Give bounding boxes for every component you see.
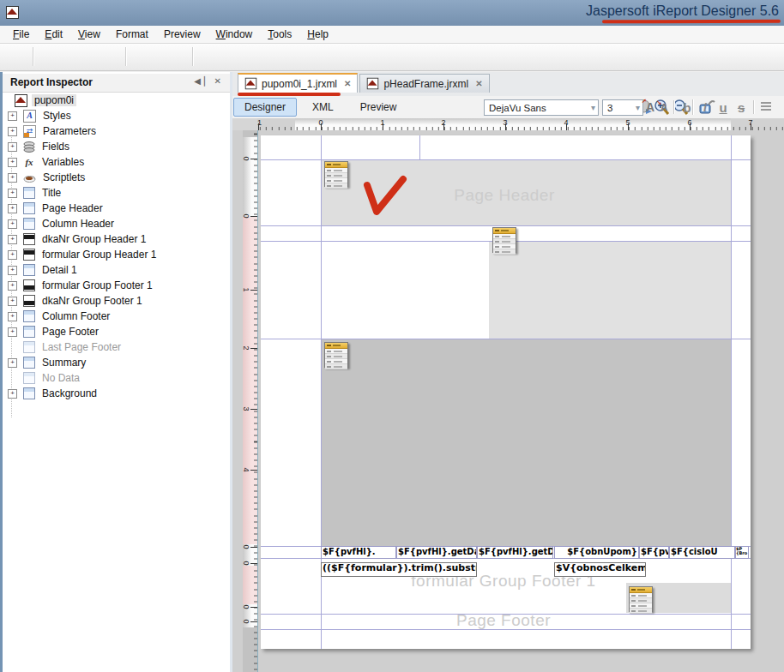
menu-item-help[interactable]: Help	[299, 27, 336, 43]
text-field-element[interactable]: $V{obnosCelkem}	[554, 562, 646, 577]
tree-item-dkanr-group-footer-1[interactable]: +dkaNr Group Footer 1	[3, 293, 230, 309]
ruler-label: 0	[243, 561, 250, 565]
tree-item-formular-group-header-1[interactable]: +formular Group Header 1	[3, 247, 230, 262]
group-header-band[interactable]	[489, 241, 731, 339]
menu-item-tools[interactable]: Tools	[260, 27, 299, 43]
tree-item-summary[interactable]: +Summary	[3, 355, 230, 370]
ruler-major-tick	[566, 123, 567, 130]
tree-item-formular-group-footer-1[interactable]: +formular Group Footer 1	[3, 278, 230, 293]
text-field-element[interactable]: $P{Bro	[735, 546, 749, 559]
tree-item-page-footer[interactable]: +Page Footer	[3, 324, 230, 339]
text-field-element[interactable]: $F{pvfHl}.	[321, 546, 396, 559]
expand-icon[interactable]: +	[8, 297, 17, 306]
font-name-combobox[interactable]: DejaVu Sans ▾	[484, 99, 599, 116]
tree-item-label: Detail 1	[39, 264, 80, 276]
menu-item-window[interactable]: Window	[208, 27, 261, 43]
expand-icon[interactable]: +	[8, 327, 17, 337]
tab-pupom0i-1-jrxml[interactable]: pupom0i_1.jrxml✕	[238, 73, 358, 93]
expand-icon[interactable]: +	[8, 281, 17, 291]
tree-item-no-data[interactable]: No Data	[3, 370, 230, 386]
tree-item-column-footer[interactable]: +Column Footer	[3, 309, 230, 324]
align-text-icon[interactable]	[761, 102, 771, 112]
tree-item-variables[interactable]: +fxVariables	[3, 154, 230, 170]
text-field-element[interactable]: $F{cisloU	[669, 546, 735, 559]
text-field-element[interactable]: (($F{formular}).trim().substring(1,	[321, 562, 477, 577]
tree-item-last-page-footer[interactable]: Last Page Footer	[3, 339, 230, 355]
ruler-major-tick	[250, 409, 257, 410]
expand-icon[interactable]: +	[8, 235, 17, 244]
menu-item-preview[interactable]: Preview	[156, 27, 208, 43]
tree-item-page-header[interactable]: +Page Header	[3, 201, 230, 216]
bold-icon[interactable]: b	[681, 100, 693, 115]
tab-pheadframe-jrxml[interactable]: pHeadFrame.jrxml✕	[359, 74, 489, 93]
expand-icon[interactable]: +	[8, 111, 17, 121]
expand-icon[interactable]: +	[8, 127, 17, 136]
text-field-element[interactable]: $F{obnUpom}	[554, 546, 639, 559]
detail-area-band[interactable]	[321, 339, 731, 546]
menu-item-format[interactable]: Format	[108, 27, 156, 43]
band-icon	[23, 372, 35, 384]
expand-icon[interactable]: +	[8, 312, 17, 321]
expand-icon[interactable]: +	[8, 158, 17, 167]
fields-icon	[23, 141, 35, 153]
minimize-panel-icon[interactable]: ◀▏	[194, 76, 214, 86]
title-bar: Jaspersoft iReport Designer 5.6	[0, 0, 784, 27]
decrease-font-icon[interactable]: ➘A	[660, 102, 667, 112]
expand-icon[interactable]: +	[8, 250, 17, 260]
expand-icon[interactable]: +	[8, 142, 17, 152]
tree-item-styles[interactable]: +AStyles	[3, 108, 230, 123]
page-header-band[interactable]	[321, 159, 731, 225]
table-element-icon[interactable]	[324, 161, 348, 187]
close-icon[interactable]: ✕	[475, 79, 482, 88]
right-margin-line	[731, 135, 732, 649]
text-field-element[interactable]: $F{pvf	[639, 546, 669, 559]
expand-icon[interactable]: +	[8, 204, 17, 213]
underline-icon[interactable]: u	[717, 100, 729, 115]
tree-item-title[interactable]: +Title	[3, 185, 230, 201]
expand-icon[interactable]: +	[8, 358, 17, 368]
view-button-preview[interactable]: Preview	[349, 98, 408, 117]
table-element-icon[interactable]	[629, 586, 653, 612]
menu-item-view[interactable]: View	[70, 27, 108, 43]
tree-item-label: Background	[39, 387, 100, 399]
font-size-combobox[interactable]: 3 ▾	[602, 99, 643, 116]
menu-item-file[interactable]: File	[5, 27, 37, 43]
tree-item-dkanr-group-header-1[interactable]: +dkaNr Group Header 1	[3, 231, 230, 247]
expand-icon[interactable]: +	[8, 389, 17, 399]
band-icon	[23, 264, 35, 276]
expand-icon[interactable]: +	[8, 219, 17, 229]
increase-font-icon[interactable]: ➚A	[646, 100, 654, 114]
app-logo-icon	[6, 6, 19, 19]
tree-item-fields[interactable]: +Fields	[3, 139, 230, 154]
close-icon[interactable]: ✕	[344, 79, 351, 88]
table-element-icon[interactable]	[492, 227, 516, 253]
expand-icon[interactable]: +	[8, 266, 17, 275]
report-file-icon	[367, 78, 379, 90]
text-field-element[interactable]: $F{pvfHl}.getDatV	[396, 546, 477, 559]
ruler-major-tick	[321, 123, 322, 130]
view-button-designer[interactable]: Designer	[233, 98, 297, 117]
tree-item-detail-1[interactable]: +Detail 1	[3, 262, 230, 278]
band-icon	[23, 357, 35, 369]
table-element-icon[interactable]	[324, 342, 348, 368]
strike-icon[interactable]: s	[735, 100, 747, 115]
tree-item-pupom0i[interactable]: pupom0i	[3, 93, 230, 108]
ruler-corner	[232, 118, 257, 131]
tree-item-parameters[interactable]: +⇄Parameters	[3, 123, 230, 139]
band-icon	[23, 187, 35, 199]
ruler-major-tick	[250, 547, 257, 548]
view-button-xml[interactable]: XML	[301, 98, 345, 117]
tree-item-scriptlets[interactable]: +Scriptlets	[3, 170, 230, 185]
menu-item-edit[interactable]: Edit	[37, 27, 70, 43]
close-panel-icon[interactable]: ✕	[214, 76, 225, 86]
band-line	[261, 614, 751, 615]
italic-icon[interactable]: i	[699, 100, 711, 115]
expand-icon[interactable]: +	[8, 173, 17, 183]
tree-item-column-header[interactable]: +Column Header	[3, 216, 230, 231]
tree-item-label: Styles	[40, 110, 74, 122]
text-field-element[interactable]: $F{pvfHl}.getDatS	[477, 546, 553, 559]
tree-item-background[interactable]: +Background	[3, 386, 230, 401]
expand-icon[interactable]: +	[8, 189, 17, 198]
report-inspector-header[interactable]: Report Inspector ◀▏✕	[3, 74, 230, 93]
ruler-major-tick	[250, 621, 257, 622]
